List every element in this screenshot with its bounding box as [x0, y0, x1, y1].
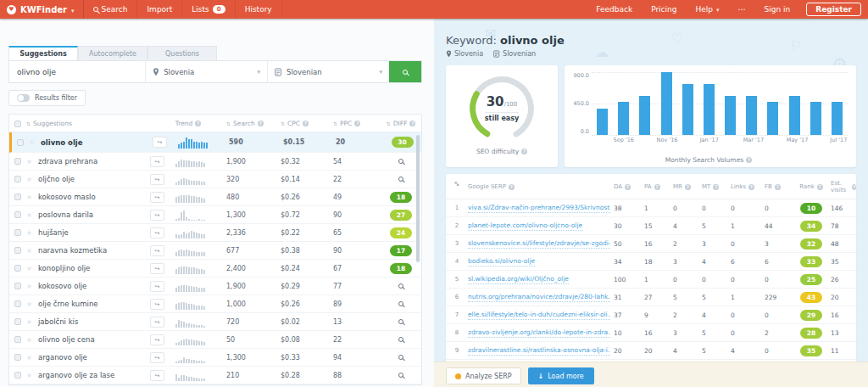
- keyword-label[interactable]: poslovna darila: [38, 210, 150, 219]
- rank-badge[interactable]: 29: [800, 310, 822, 321]
- keyword-row[interactable]: hujšanje2,336$0.226524: [9, 224, 421, 242]
- keyword-row[interactable]: kokosovo maslo480$0.264918: [9, 188, 421, 206]
- help-icon[interactable]: [748, 184, 754, 190]
- rank-badge[interactable]: 43: [800, 292, 822, 303]
- keyword-row[interactable]: arganovo olje1,300$0.3394: [9, 349, 421, 367]
- help-icon[interactable]: [746, 157, 752, 163]
- help-icon[interactable]: [713, 184, 719, 190]
- serp-url-link[interactable]: slovenskenovice.si/lifestyle/zdravje/se-…: [468, 238, 610, 249]
- help-icon[interactable]: [409, 121, 415, 126]
- column-cpc[interactable]: CPC: [281, 120, 333, 127]
- location-select[interactable]: Slovenia: [145, 61, 267, 82]
- serp-result-row[interactable]: 6nutris.org/prehrana/novice/zdravje/280-…: [446, 289, 856, 306]
- column-diff[interactable]: DIFF: [381, 120, 421, 127]
- favorite-star-icon[interactable]: [26, 229, 38, 237]
- check-difficulty-icon[interactable]: [398, 337, 403, 342]
- find-keywords-button[interactable]: [389, 61, 421, 82]
- keyword-label[interactable]: hujšanje: [38, 228, 150, 237]
- analyze-serp-button[interactable]: Analyze SERP: [446, 367, 521, 384]
- keyword-label[interactable]: kokosovo olje: [38, 282, 150, 290]
- tab-questions[interactable]: Questions: [147, 46, 217, 60]
- help-icon[interactable]: [625, 184, 631, 190]
- serp-url-link[interactable]: zdravo-zivljenje.org/clanki/do-lepote-in…: [468, 328, 610, 338]
- favorite-star-icon[interactable]: [26, 354, 38, 362]
- column-search[interactable]: Search: [226, 120, 281, 127]
- app-logo[interactable]: ♥ KWFinder: [0, 0, 84, 19]
- nav-feedback[interactable]: Feedback: [587, 0, 642, 19]
- favorite-star-icon[interactable]: [26, 176, 38, 183]
- rank-badge[interactable]: 32: [800, 238, 822, 250]
- difficulty-badge[interactable]: 18: [390, 192, 412, 203]
- keyword-row[interactable]: poslovna darila1,300$0.729027: [9, 206, 421, 224]
- expand-icon[interactable]: ↔: [452, 178, 468, 194]
- related-keywords-button[interactable]: [150, 227, 164, 238]
- serp-url-link[interactable]: zdravilnerastline.si/rastlinska-osnovna-…: [468, 345, 610, 356]
- rank-badge[interactable]: 33: [800, 256, 822, 267]
- serp-result-row[interactable]: 4bodieko.si/olivno-olje341834663335: [446, 253, 856, 271]
- results-filter-button[interactable]: Results filter: [8, 90, 86, 106]
- keyword-input[interactable]: [9, 61, 145, 82]
- difficulty-badge[interactable]: 24: [390, 227, 412, 238]
- row-checkbox[interactable]: [14, 283, 21, 289]
- difficulty-badge[interactable]: 17: [390, 245, 412, 256]
- help-icon[interactable]: [521, 149, 527, 154]
- serp-url-link[interactable]: nutris.org/prehrana/novice/zdravje/280-l…: [468, 292, 610, 302]
- favorite-star-icon[interactable]: [26, 194, 38, 201]
- serp-result-row[interactable]: 7elle.si/lifestyle/telo-in-duh/cudezni-e…: [446, 306, 856, 324]
- help-icon[interactable]: [303, 121, 309, 126]
- nav-sign-in[interactable]: Sign in: [755, 0, 800, 19]
- nav-lists[interactable]: Lists 0: [182, 0, 235, 19]
- help-icon[interactable]: [654, 184, 660, 190]
- serp-result-row[interactable]: 1viva.si/Zdrav-način-prehrane/2993/Skriv…: [446, 199, 856, 217]
- load-more-button[interactable]: Load more: [528, 367, 594, 384]
- related-keywords-button[interactable]: [150, 317, 164, 328]
- difficulty-badge[interactable]: 18: [390, 263, 412, 274]
- keyword-label[interactable]: naravna kozmetika: [38, 246, 150, 255]
- table-scrollbar[interactable]: [416, 135, 420, 262]
- keyword-row[interactable]: oljčno olje320$0.1422: [9, 171, 421, 188]
- nav-search[interactable]: Search: [84, 0, 138, 19]
- tab-autocomplete[interactable]: Autocomplete: [78, 46, 147, 60]
- help-icon[interactable]: [509, 184, 515, 190]
- row-checkbox[interactable]: [14, 158, 21, 165]
- related-keywords-button[interactable]: [150, 352, 164, 363]
- serp-url-link[interactable]: planet-lepote.com/olivno-oljcno-olje: [468, 221, 582, 231]
- help-icon[interactable]: [195, 121, 201, 126]
- keyword-label[interactable]: kokosovo maslo: [38, 193, 150, 201]
- rank-badge[interactable]: 10: [800, 203, 822, 214]
- row-checkbox[interactable]: [14, 318, 21, 325]
- results-filter-toggle[interactable]: [17, 94, 30, 102]
- keyword-label[interactable]: oljčno olje: [38, 175, 150, 183]
- nav-more-menu[interactable]: ⋯: [729, 0, 755, 19]
- keyword-label[interactable]: konopljino olje: [38, 264, 150, 272]
- row-checkbox[interactable]: [17, 139, 24, 146]
- keyword-row[interactable]: arganovo olje za lase210$0.2888: [9, 367, 421, 384]
- row-checkbox[interactable]: [14, 265, 21, 272]
- language-select[interactable]: Slovenian: [267, 61, 389, 82]
- keyword-label[interactable]: jabolčni kis: [38, 317, 150, 326]
- row-checkbox[interactable]: [14, 229, 21, 236]
- check-difficulty-icon[interactable]: [398, 283, 403, 289]
- favorite-star-icon[interactable]: [26, 336, 38, 344]
- favorite-star-icon[interactable]: [26, 211, 38, 219]
- rank-badge[interactable]: 35: [800, 345, 822, 356]
- keyword-row[interactable]: naravna kozmetika677$0.389017: [9, 242, 421, 260]
- row-checkbox[interactable]: [14, 194, 21, 200]
- select-all-checkbox[interactable]: [14, 121, 21, 127]
- nav-history[interactable]: History: [236, 0, 282, 19]
- related-keywords-button[interactable]: [150, 156, 164, 167]
- help-icon[interactable]: [685, 184, 691, 190]
- row-checkbox[interactable]: [14, 372, 21, 379]
- column-suggestions[interactable]: Suggestions: [26, 120, 150, 127]
- check-difficulty-icon[interactable]: [398, 319, 403, 324]
- related-keywords-button[interactable]: [150, 210, 164, 221]
- row-checkbox[interactable]: [14, 247, 21, 254]
- check-difficulty-icon[interactable]: [398, 373, 403, 378]
- keyword-label[interactable]: olivno olje cena: [38, 335, 150, 344]
- related-keywords-button[interactable]: [150, 299, 164, 310]
- nav-help[interactable]: Help: [686, 0, 728, 19]
- check-difficulty-icon[interactable]: [398, 301, 403, 306]
- keyword-row[interactable]: zdrava prehrana1,900$0.3254: [9, 153, 421, 171]
- keyword-row[interactable]: jabolčni kis720$0.0213: [9, 313, 421, 331]
- serp-url-link[interactable]: sl.wikipedia.org/wiki/Oljčno_olje: [468, 274, 569, 284]
